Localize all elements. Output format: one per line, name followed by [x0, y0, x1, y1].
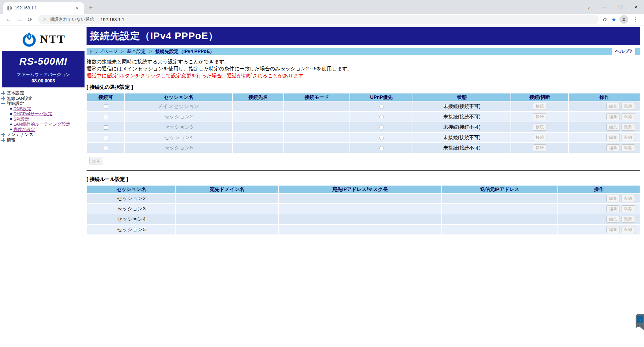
- share-icon[interactable]: [602, 16, 608, 22]
- table-row: セッション5 編集削除: [87, 224, 640, 235]
- edit-button[interactable]: 編集: [606, 205, 620, 212]
- delete-button[interactable]: 削除: [622, 195, 635, 202]
- sidebar-item-advanced: 高度な設定: [10, 127, 87, 132]
- cell-operations: 編集削除: [558, 224, 640, 235]
- connect-button[interactable]: 接続: [533, 113, 546, 120]
- delete-button[interactable]: 削除: [622, 103, 635, 110]
- help-button[interactable]: ヘルプ?: [612, 48, 635, 55]
- plus-icon: [1, 133, 5, 137]
- cell-enable: [87, 143, 124, 153]
- page-description: 複数の接続先と同時に接続するよう設定することができます。 通常の通信にはメインセ…: [87, 58, 640, 79]
- col-header: 宛先ドメイン名: [176, 185, 278, 193]
- session-name: セッション2: [124, 112, 232, 122]
- sidebar-link-advanced[interactable]: 高度な設定: [13, 127, 35, 132]
- minimize-button[interactable]: —: [597, 0, 612, 14]
- browser-tab[interactable]: 192.168.1.1 ✕: [3, 2, 84, 14]
- sidebar-item-label: 基本設定: [7, 91, 24, 96]
- session-name: メインセッション: [124, 101, 232, 112]
- bookmark-star-icon[interactable]: ★: [611, 16, 616, 23]
- col-header: 送信元IPアドレス: [442, 185, 558, 193]
- sidebar: NTT RS-500MI ファームウェアバージョン 08.00.0003 基本設…: [0, 25, 87, 347]
- edit-button[interactable]: 編集: [606, 144, 620, 151]
- not-secure-warning-icon[interactable]: ⚠: [43, 17, 47, 22]
- delete-button[interactable]: 削除: [622, 124, 635, 131]
- forward-button[interactable]: →: [14, 14, 24, 24]
- session-status: 未接続(接続不可): [413, 112, 511, 122]
- upnp-priority-radio[interactable]: [379, 136, 384, 140]
- sidebar-link-dns[interactable]: DNS設定: [13, 107, 31, 112]
- cell-operations: 編集削除: [569, 132, 640, 143]
- edit-button[interactable]: 編集: [606, 195, 620, 202]
- sidebar-link-static-routing[interactable]: LAN側静的ルーティング設定: [13, 122, 70, 127]
- breadcrumb-link-top[interactable]: トップページ: [89, 49, 118, 55]
- description-line: 複数の接続先と同時に接続するよう設定することができます。: [87, 58, 640, 65]
- apply-settings-button[interactable]: 設定: [89, 157, 103, 164]
- edit-button[interactable]: 編集: [606, 124, 620, 131]
- close-window-button[interactable]: ✕: [628, 0, 644, 14]
- delete-button[interactable]: 削除: [622, 205, 635, 212]
- sidebar-item-label: 詳細設定: [7, 101, 24, 106]
- profile-avatar[interactable]: [620, 15, 628, 24]
- col-header: 接続先名: [232, 93, 284, 101]
- edit-button[interactable]: 編集: [606, 216, 620, 223]
- ntt-brand-text: NTT: [40, 33, 65, 46]
- session-enable-checkbox[interactable]: [104, 125, 108, 130]
- col-header: 操作: [569, 93, 640, 101]
- sidebar-item-wireless-lan[interactable]: 無線LAN設定: [1, 96, 87, 101]
- col-header: 接続モード: [284, 93, 350, 101]
- breadcrumb-link-basic[interactable]: 基本設定: [127, 49, 146, 55]
- cell-connect: 接続: [511, 143, 569, 153]
- session-enable-checkbox[interactable]: [104, 146, 108, 150]
- table-row: セッション5 未接続(接続不可) 接続 編集削除: [87, 143, 640, 153]
- sidebar-item-basic-settings[interactable]: 基本設定: [1, 91, 87, 96]
- delete-button[interactable]: 削除: [622, 144, 635, 151]
- connect-button[interactable]: 接続: [533, 124, 546, 131]
- table-row: セッション4 編集削除: [87, 214, 640, 224]
- session-enable-checkbox[interactable]: [104, 105, 108, 109]
- main-content: 接続先設定（IPv4 PPPoE） トップページ ＞ 基本設定 ＞ 接続先設定（…: [87, 25, 644, 347]
- edit-button[interactable]: 編集: [606, 113, 620, 120]
- session-enable-checkbox[interactable]: [104, 136, 108, 140]
- sidebar-link-spi[interactable]: SPI設定: [13, 117, 29, 122]
- tab-close-icon[interactable]: ✕: [74, 5, 80, 11]
- cell-source-ip: [442, 214, 558, 224]
- cell-upnp: [350, 112, 413, 122]
- session-name: セッション3: [124, 122, 232, 132]
- sidebar-item-dns: DNS設定: [10, 107, 87, 112]
- reload-button[interactable]: ⟳: [25, 14, 35, 24]
- url-bar[interactable]: ⚠ 保護されていない通信 192.168.1.1: [38, 15, 599, 24]
- sidebar-item-advanced-settings[interactable]: 詳細設定: [1, 101, 87, 106]
- restore-button[interactable]: ❐: [612, 0, 628, 14]
- model-panel: RS-500MI ファームウェアバージョン 08.00.0003: [2, 51, 85, 87]
- session-enable-checkbox[interactable]: [104, 115, 108, 119]
- connect-button[interactable]: 接続: [533, 103, 546, 110]
- upnp-priority-radio[interactable]: [379, 125, 384, 130]
- delete-button[interactable]: 削除: [622, 226, 635, 233]
- edit-button[interactable]: 編集: [606, 103, 620, 110]
- new-tab-button[interactable]: +: [86, 2, 96, 12]
- menu-kebab-icon[interactable]: ⋮: [632, 16, 639, 22]
- sidebar-item-information[interactable]: 情報: [1, 138, 87, 143]
- connect-button[interactable]: 接続: [533, 134, 546, 141]
- upnp-priority-radio[interactable]: [379, 146, 384, 150]
- sidebar-link-dhcpv4[interactable]: DHCPv4サーバ設定: [13, 112, 52, 117]
- connect-button[interactable]: 接続: [533, 144, 546, 151]
- edit-button[interactable]: 編集: [606, 226, 620, 233]
- sidebar-item-maintenance[interactable]: メンテナンス: [1, 132, 87, 137]
- cell-operations: 編集削除: [569, 122, 640, 132]
- delete-button[interactable]: 削除: [622, 216, 635, 223]
- section-divider: [87, 170, 640, 171]
- delete-button[interactable]: 削除: [622, 113, 635, 120]
- chevron-down-icon[interactable]: ⌄: [581, 0, 597, 14]
- edit-button[interactable]: 編集: [606, 134, 620, 141]
- upnp-priority-radio[interactable]: [379, 105, 384, 109]
- col-header: 接続/切断: [511, 93, 569, 101]
- back-button[interactable]: ←: [3, 14, 13, 24]
- table-header-row: セッション名 宛先ドメイン名 宛先IPアドレス/マスク長 送信元IPアドレス 操…: [87, 185, 640, 193]
- toolbar-actions: ★ ⋮: [602, 15, 641, 24]
- delete-button[interactable]: 削除: [622, 134, 635, 141]
- table-row: セッション4 未接続(接続不可) 接続 編集削除: [87, 132, 640, 143]
- minus-icon: [1, 101, 5, 106]
- cell-mode: [284, 122, 350, 132]
- upnp-priority-radio[interactable]: [379, 115, 384, 119]
